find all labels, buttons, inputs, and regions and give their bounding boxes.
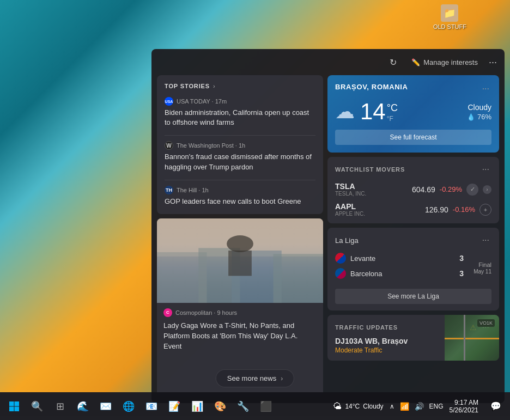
- weather-location: BRAȘOV, ROMANIA: [335, 83, 408, 91]
- language-indicator[interactable]: ENG: [428, 403, 445, 410]
- widget-content: TOP STORIES › USA USA TODAY · 17m Biden …: [151, 75, 505, 402]
- team-score-levante: 3: [459, 254, 464, 263]
- traffic-badge: VO1K: [477, 319, 495, 327]
- manage-interests-button[interactable]: ✏️ Manage interests: [407, 56, 482, 69]
- watchlist-label: WATCHLIST MOVERS: [335, 166, 405, 173]
- taskbar-weather-desc: Cloudy: [363, 403, 383, 410]
- laliga-card: La Liga ··· Levante 3: [327, 228, 499, 311]
- svg-rect-10: [9, 406, 14, 411]
- see-forecast-button[interactable]: See full forecast: [335, 130, 491, 145]
- stock-left-aapl: AAPL APPLE INC.: [335, 202, 365, 217]
- temp-fahrenheit: °F: [387, 115, 398, 123]
- taskbar-outlook-button[interactable]: 📧: [142, 397, 161, 416]
- pencil-icon: ✏️: [411, 58, 420, 66]
- taskbar-expand-button[interactable]: ∧: [388, 401, 396, 411]
- svg-rect-8: [9, 401, 14, 406]
- weather-unit-group: °C °F: [387, 102, 398, 123]
- teams-scores: Levante 3 Barcelona 3: [335, 253, 464, 283]
- team-row-levante: Levante 3: [335, 253, 464, 264]
- stock-name-aapl: APPLE INC.: [335, 211, 365, 217]
- cosmo-icon: C: [163, 308, 172, 317]
- stock-change-tsla: -0.29%: [440, 185, 462, 193]
- news-source-row: W The Washington Post · 1h: [165, 141, 315, 150]
- news-source-text: USA TODAY · 17m: [177, 98, 227, 105]
- svg-rect-11: [15, 406, 20, 411]
- see-more-news-text: See more news: [227, 374, 276, 382]
- stock-expand-tsla[interactable]: ›: [483, 185, 491, 194]
- stock-row-aapl[interactable]: AAPL APPLE INC. 126.90 -0.16% +: [335, 202, 491, 217]
- team-row-barcelona: Barcelona 3: [335, 268, 464, 279]
- weather-humidity: 💧 76%: [467, 113, 491, 121]
- stock-check-tsla-button[interactable]: ✓: [466, 184, 478, 196]
- traffic-label: TRAFFIC UPDATES: [335, 324, 398, 331]
- laliga-more-button[interactable]: ···: [480, 234, 491, 246]
- top-stories-label: TOP STORIES: [165, 83, 210, 89]
- weather-left: ☁ 14 °C °F: [335, 100, 398, 123]
- taskbar-weather-temp: 14°C: [345, 403, 360, 410]
- map-road-horizontal: [445, 338, 499, 339]
- stock-ticker-tsla: TSLA: [335, 182, 366, 191]
- taskbar-task-view-button[interactable]: ⊞: [50, 397, 70, 416]
- taskbar-clock[interactable]: 9:17 AM 5/26/2021: [450, 399, 478, 414]
- stock-name-tsla: TESLA, INC.: [335, 191, 366, 197]
- hill-icon: TH: [165, 186, 173, 194]
- rain-icon: 💧: [467, 113, 475, 121]
- taskbar-edge-button[interactable]: 🌊: [73, 397, 93, 416]
- taskbar-sys-icons: ∧ 📶 🔊 ENG: [388, 401, 445, 411]
- taskbar-weather-info[interactable]: 🌤 14°C Cloudy: [333, 401, 383, 411]
- levante-icon: [335, 253, 346, 264]
- laliga-teams: Levante 3 Barcelona 3 Final May 11: [335, 253, 491, 283]
- volume-icon[interactable]: 🔊: [413, 402, 426, 411]
- watchlist-more-button[interactable]: ···: [480, 163, 491, 175]
- news-item[interactable]: TH The Hill · 1h GOP leaders face new ca…: [165, 186, 315, 206]
- news-divider: [165, 180, 315, 180]
- news-headline: Biden administration, California open up…: [165, 108, 315, 127]
- see-more-news-chevron-icon: ›: [281, 375, 283, 382]
- news-item[interactable]: W The Washington Post · 1h Bannon's frau…: [165, 141, 315, 172]
- widget-panel: ↻ ✏️ Manage interests ··· TOP STORIES › …: [151, 49, 505, 403]
- weather-card: BRAȘOV, ROMANIA ··· ☁ 14 °C °F: [327, 75, 499, 153]
- news-headline: GOP leaders face new calls to boot Green…: [165, 197, 315, 206]
- desktop-icon-old-stuff[interactable]: 📁 OLD STUFF: [433, 4, 466, 30]
- humidity-value: 76%: [477, 113, 491, 121]
- map-road-vertical: [464, 315, 465, 361]
- weather-header: BRAȘOV, ROMANIA ···: [335, 83, 491, 95]
- taskbar-terminal-button[interactable]: ⬛: [256, 397, 276, 416]
- stock-add-aapl-button[interactable]: +: [479, 204, 491, 216]
- stock-ticker-aapl: AAPL: [335, 202, 365, 211]
- taskbar-app-icons: 🔍 ⊞ 🌊 ✉️ 🌐 📧 📝 📊 🎨 🔧 ⬛: [4, 397, 276, 416]
- taskbar-mail-button[interactable]: ✉️: [96, 397, 116, 416]
- news-source-row: USA USA TODAY · 17m: [165, 97, 315, 106]
- news-item[interactable]: USA USA TODAY · 17m Biden administration…: [165, 97, 315, 127]
- widget-more-button[interactable]: ···: [489, 57, 497, 68]
- taskbar-edge-dev-button[interactable]: 🔧: [233, 397, 253, 416]
- notification-button[interactable]: 💬: [486, 397, 506, 416]
- taskbar-paint-button[interactable]: 🎨: [210, 397, 230, 416]
- wapo-icon: W: [165, 141, 173, 150]
- see-more-laliga-button[interactable]: See more La Liga: [335, 289, 491, 304]
- news-source-text: The Hill · 1h: [177, 187, 209, 193]
- weather-main: ☁ 14 °C °F Cloudy 💧 76: [335, 100, 491, 123]
- cloud-icon: ☁: [335, 100, 355, 123]
- see-more-news-bar[interactable]: See more news ›: [216, 369, 294, 387]
- refresh-button[interactable]: ↻: [385, 54, 400, 70]
- news-source-text: The Washington Post · 1h: [177, 142, 245, 149]
- weather-more-button[interactable]: ···: [480, 83, 491, 95]
- stock-right-aapl: 126.90 -0.16% +: [425, 204, 491, 216]
- clock-date: 5/26/2021: [450, 406, 478, 414]
- taskbar-excel-button[interactable]: 📊: [187, 397, 207, 416]
- news-column: TOP STORIES › USA USA TODAY · 17m Biden …: [157, 75, 323, 397]
- team-name-levante: Levante: [350, 254, 455, 263]
- desktop-icon-label: OLD STUFF: [433, 23, 466, 30]
- windows-icon: [9, 401, 20, 412]
- usa-today-icon: USA: [165, 97, 173, 106]
- taskbar-chrome-button[interactable]: 🌐: [119, 397, 138, 416]
- taskbar: 🔍 ⊞ 🌊 ✉️ 🌐 📧 📝 📊 🎨 🔧 ⬛ 🌤 14°C Cloudy ∧ 📶…: [0, 392, 510, 420]
- network-icon[interactable]: 📶: [398, 402, 411, 411]
- stock-row-tsla[interactable]: TSLA TESLA, INC. 604.69 -0.29% ✓ ›: [335, 182, 491, 197]
- taskbar-search-button[interactable]: 🔍: [27, 397, 47, 416]
- taskbar-windows-button[interactable]: [4, 397, 24, 416]
- taskbar-word-button[interactable]: 📝: [165, 397, 184, 416]
- news-image-source-text: Cosmopolitan · 9 hours: [175, 309, 237, 316]
- watchlist-header: WATCHLIST MOVERS ···: [335, 163, 491, 175]
